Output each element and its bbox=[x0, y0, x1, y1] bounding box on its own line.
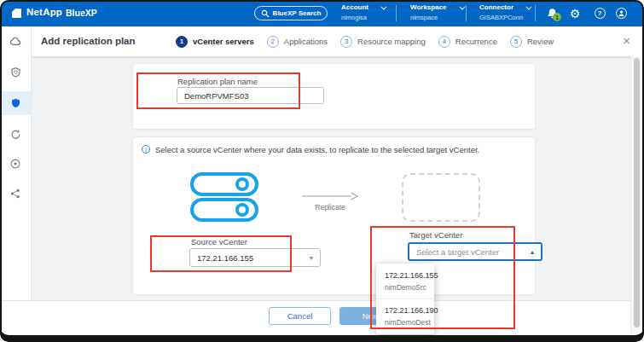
dropdown-option[interactable]: 172.21.166.155 nimDemoSrc bbox=[376, 270, 434, 293]
info-row: i Select a source vCenter where your dat… bbox=[142, 145, 479, 154]
scrollbar[interactable] bbox=[630, 56, 642, 334]
left-sidebar bbox=[0, 26, 32, 300]
target-vcenter-dropdown-menu: 172.21.166.155 nimDemoSrc 172.21.166.190… bbox=[376, 264, 434, 334]
source-vcenter-value: 172.21.166.155 bbox=[197, 253, 253, 263]
step-number: 2 bbox=[267, 36, 279, 48]
workspace-label: Workspace bbox=[410, 3, 447, 12]
protection-shield-icon bbox=[9, 97, 22, 110]
step-applications[interactable]: 2 Applications bbox=[267, 36, 328, 48]
info-icon: i bbox=[142, 145, 150, 154]
step-number: 4 bbox=[438, 36, 450, 48]
netapp-logo-icon bbox=[12, 9, 21, 18]
header-divider bbox=[535, 5, 536, 21]
sidebar-item-protection[interactable] bbox=[0, 91, 31, 115]
sidebar-item-mobility[interactable] bbox=[0, 122, 31, 146]
step-label: Recurrence bbox=[455, 37, 497, 46]
help-button[interactable]: ? bbox=[592, 0, 607, 26]
step-label: Resource mapping bbox=[357, 37, 426, 46]
plan-name-card: Replication plan name bbox=[132, 63, 536, 130]
workspace-menu[interactable]: Workspace nimspace bbox=[410, 3, 463, 24]
connector-label: Connector bbox=[479, 3, 513, 12]
arrow-right-icon bbox=[302, 192, 358, 200]
chevron-down-icon bbox=[459, 3, 465, 9]
source-vcenter-select[interactable]: 172.21.166.155 ▾ bbox=[189, 248, 321, 267]
page-title: Add replication plan bbox=[41, 36, 136, 46]
main-content: Replication plan name i Select a source … bbox=[32, 56, 644, 300]
target-vcenter-placeholder-text: Select a target vCenter bbox=[416, 247, 499, 257]
target-vcenter-placeholder bbox=[402, 173, 480, 222]
sidebar-item-storage[interactable] bbox=[0, 30, 31, 54]
step-number: 5 bbox=[510, 36, 522, 48]
wizard-header: Add replication plan 1 vCenter servers 2… bbox=[32, 26, 644, 56]
bluexp-search-button[interactable]: BlueXP Search bbox=[254, 6, 328, 20]
header-divider bbox=[466, 5, 467, 21]
connector-value: GISABXPConn bbox=[479, 14, 530, 22]
source-vcenter-label: Source vCenter bbox=[191, 237, 247, 246]
step-label: vCenter servers bbox=[193, 37, 254, 46]
search-icon bbox=[261, 9, 270, 18]
dropdown-option[interactable]: 172.21.166.190 nimDemoDest bbox=[376, 305, 434, 328]
vcenter-selection-card: i Select a source vCenter where your dat… bbox=[132, 136, 536, 295]
mobility-icon bbox=[9, 128, 22, 141]
app-window: NetApp BlueXP BlueXP Search Account nimo… bbox=[0, 0, 644, 342]
wizard-stepper: 1 vCenter servers 2 Applications 3 Resou… bbox=[176, 26, 554, 56]
account-label: Account bbox=[341, 3, 368, 12]
chevron-down-icon bbox=[380, 3, 386, 9]
step-number: 1 bbox=[176, 36, 188, 48]
help-icon: ? bbox=[595, 8, 606, 19]
plan-name-input[interactable] bbox=[177, 87, 324, 104]
option-ip: 172.21.166.190 bbox=[385, 306, 426, 315]
plan-name-label: Replication plan name bbox=[177, 77, 258, 86]
info-text: Select a source vCenter where your data … bbox=[155, 145, 479, 154]
chevron-up-icon: ▴ bbox=[531, 248, 534, 256]
step-vcenter-servers[interactable]: 1 vCenter servers bbox=[176, 36, 254, 48]
cancel-button[interactable]: Cancel bbox=[269, 307, 331, 325]
workspace-value: nimspace bbox=[410, 14, 463, 22]
target-vcenter-select[interactable]: Select a target vCenter ▴ bbox=[408, 242, 542, 261]
step-resource-mapping[interactable]: 3 Resource mapping bbox=[340, 36, 426, 48]
option-name: nimDemoDest bbox=[385, 318, 426, 327]
option-ip: 172.21.166.155 bbox=[385, 271, 426, 280]
gear-icon: ⚙ bbox=[570, 7, 581, 20]
chevron-down-icon: ▾ bbox=[310, 254, 313, 262]
product-name: BlueXP bbox=[66, 8, 97, 18]
governance-icon bbox=[9, 158, 21, 170]
sidebar-item-governance[interactable] bbox=[0, 152, 31, 176]
option-name: nimDemoSrc bbox=[385, 283, 426, 292]
notification-count-badge: 1 bbox=[553, 13, 561, 21]
sidebar-item-health[interactable] bbox=[0, 61, 31, 84]
step-number: 3 bbox=[340, 36, 352, 48]
scrollbar-thumb[interactable] bbox=[634, 58, 640, 328]
sidebar-item-extend[interactable] bbox=[0, 182, 31, 206]
storage-icon bbox=[9, 35, 22, 49]
menu-divider bbox=[376, 299, 434, 299]
user-profile-button[interactable] bbox=[613, 0, 629, 26]
brand-name: NetApp bbox=[26, 7, 62, 17]
step-label: Review bbox=[527, 37, 554, 46]
chevron-down-icon bbox=[525, 3, 531, 9]
account-menu[interactable]: Account nimogisa bbox=[341, 3, 385, 24]
step-review[interactable]: 5 Review bbox=[510, 36, 554, 48]
health-icon bbox=[9, 67, 22, 79]
top-header: NetApp BlueXP BlueXP Search Account nimo… bbox=[0, 0, 644, 26]
extend-share-icon bbox=[9, 188, 21, 200]
step-recurrence[interactable]: 4 Recurrence bbox=[438, 36, 497, 48]
search-label: BlueXP Search bbox=[273, 9, 322, 17]
header-divider bbox=[396, 5, 397, 21]
source-vcenter-graphic bbox=[190, 172, 258, 222]
settings-button[interactable]: ⚙ bbox=[567, 0, 583, 26]
replicate-label: Replicate bbox=[315, 203, 345, 212]
target-vcenter-label: Target vCenter bbox=[409, 230, 462, 240]
step-label: Applications bbox=[284, 37, 328, 46]
user-icon bbox=[616, 8, 627, 19]
wizard-footer: Cancel Next bbox=[0, 300, 644, 334]
account-value: nimogisa bbox=[341, 14, 385, 22]
connector-menu[interactable]: Connector GISABXPConn bbox=[479, 3, 530, 24]
close-icon[interactable]: × bbox=[623, 33, 630, 48]
replicate-arrow: Replicate bbox=[302, 192, 358, 212]
